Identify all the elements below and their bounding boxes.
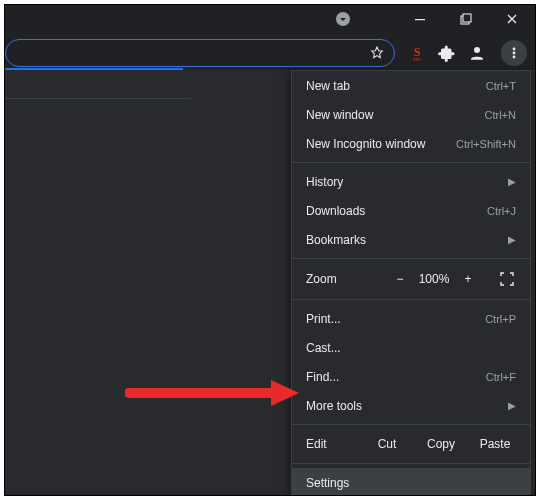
chevron-right-icon: ▶ xyxy=(508,234,516,245)
menu-item-downloads[interactable]: Downloads Ctrl+J xyxy=(292,196,530,225)
menu-shortcut: Ctrl+J xyxy=(487,205,516,217)
chevron-right-icon: ▶ xyxy=(508,400,516,411)
maximize-button[interactable] xyxy=(443,5,489,33)
menu-separator xyxy=(292,258,530,259)
menu-label: Find... xyxy=(306,370,339,384)
edit-copy-button[interactable]: Copy xyxy=(414,437,468,451)
menu-separator xyxy=(292,162,530,163)
menu-label: Print... xyxy=(306,312,341,326)
zoom-in-button[interactable]: + xyxy=(454,272,482,286)
profile-avatar-icon[interactable] xyxy=(467,43,487,63)
menu-item-bookmarks[interactable]: Bookmarks ▶ xyxy=(292,225,530,254)
menu-label: Bookmarks xyxy=(306,233,366,247)
menu-label: History xyxy=(306,175,343,189)
fullscreen-icon[interactable] xyxy=(494,272,520,286)
menu-shortcut: Ctrl+Shift+N xyxy=(456,138,516,150)
svg-text:SEO: SEO xyxy=(413,57,421,62)
menu-item-settings[interactable]: Settings xyxy=(292,468,530,496)
menu-item-more-tools[interactable]: More tools ▶ xyxy=(292,391,530,420)
window-controls xyxy=(397,5,535,33)
menu-kebab-button[interactable] xyxy=(501,40,527,66)
toolbar: SSEO xyxy=(5,38,535,68)
menu-label: More tools xyxy=(306,399,362,413)
close-button[interactable] xyxy=(489,5,535,33)
svg-point-9 xyxy=(513,56,516,59)
svg-point-7 xyxy=(513,48,516,51)
svg-rect-1 xyxy=(415,19,425,20)
bookmark-star-icon[interactable] xyxy=(368,44,386,62)
zoom-out-button[interactable]: − xyxy=(386,272,414,286)
menu-shortcut: Ctrl+P xyxy=(485,313,516,325)
edit-paste-button[interactable]: Paste xyxy=(468,437,522,451)
chevron-right-icon: ▶ xyxy=(508,176,516,187)
menu-item-history[interactable]: History ▶ xyxy=(292,167,530,196)
svg-point-6 xyxy=(474,47,480,53)
menu-item-zoom: Zoom − 100% + xyxy=(292,263,530,295)
menu-label: Zoom xyxy=(306,272,386,286)
menu-item-print[interactable]: Print... Ctrl+P xyxy=(292,304,530,333)
menu-item-find[interactable]: Find... Ctrl+F xyxy=(292,362,530,391)
site-info-icon[interactable] xyxy=(335,11,351,27)
menu-shortcut: Ctrl+F xyxy=(486,371,516,383)
menu-separator xyxy=(292,463,530,464)
svg-rect-3 xyxy=(463,14,471,22)
menu-separator xyxy=(292,424,530,425)
menu-shortcut: Ctrl+N xyxy=(485,109,516,121)
menu-shortcut: Ctrl+T xyxy=(486,80,516,92)
extensions-puzzle-icon[interactable] xyxy=(437,43,457,63)
content-divider xyxy=(5,98,191,99)
menu-label: New tab xyxy=(306,79,350,93)
chrome-main-menu: New tab Ctrl+T New window Ctrl+N New Inc… xyxy=(291,70,531,496)
menu-item-new-incognito[interactable]: New Incognito window Ctrl+Shift+N xyxy=(292,129,530,158)
svg-point-8 xyxy=(513,52,516,55)
menu-label: Settings xyxy=(306,476,349,490)
menu-label: Downloads xyxy=(306,204,365,218)
edit-cut-button[interactable]: Cut xyxy=(360,437,414,451)
menu-label: New window xyxy=(306,108,373,122)
menu-item-new-window[interactable]: New window Ctrl+N xyxy=(292,100,530,129)
menu-label: Cast... xyxy=(306,341,341,355)
menu-separator xyxy=(292,299,530,300)
menu-label: New Incognito window xyxy=(306,137,425,151)
menu-item-cast[interactable]: Cast... xyxy=(292,333,530,362)
minimize-button[interactable] xyxy=(397,5,443,33)
extension-icons: SSEO xyxy=(407,40,533,66)
menu-label: Edit xyxy=(306,437,360,451)
zoom-value: 100% xyxy=(414,272,454,286)
browser-window: SSEO New tab Ctrl+T New window Ctrl+N xyxy=(4,4,536,496)
menu-item-new-tab[interactable]: New tab Ctrl+T xyxy=(292,71,530,100)
address-bar[interactable] xyxy=(5,39,395,67)
extension-seo-icon[interactable]: SSEO xyxy=(407,43,427,63)
menu-item-edit-row: Edit Cut Copy Paste xyxy=(292,429,530,459)
